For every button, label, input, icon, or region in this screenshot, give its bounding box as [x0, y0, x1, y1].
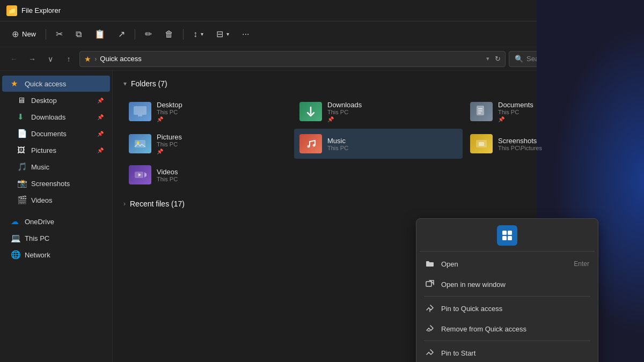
sidebar-label-music: Music — [31, 163, 49, 171]
folder-info-documents: Documents This PC 📌 — [498, 101, 628, 122]
svg-rect-3 — [478, 108, 482, 109]
sidebar-item-music[interactable]: 🎵 Music — [2, 159, 110, 175]
pictures-icon: 🖼 — [17, 145, 27, 155]
context-item-pin-quick-access[interactable]: Pin to Quick access — [420, 298, 595, 319]
documents-icon: 📄 — [17, 129, 27, 138]
folders-section-label: Folders (7) — [131, 79, 167, 88]
forward-button[interactable]: → — [25, 51, 40, 67]
sidebar-item-downloads[interactable]: ⬇ Downloads 📌 — [2, 109, 110, 125]
folder-item-desktop[interactable]: Desktop This PC 📌 — [123, 97, 292, 127]
delete-icon: 🗑 — [165, 29, 173, 39]
folder-name-documents: Documents — [498, 101, 628, 109]
new-button[interactable]: ⊕ New — [6, 25, 41, 44]
search-icon: 🔍 — [515, 55, 523, 63]
sidebar-item-this-pc[interactable]: 💻 This PC — [2, 230, 110, 246]
more-button[interactable]: ··· — [237, 25, 254, 44]
folder-pin-documents: 📌 — [498, 116, 628, 122]
toolbar-separator-1 — [46, 29, 46, 40]
sort-button[interactable]: ↕ ▾ — [188, 25, 209, 44]
context-open-shortcut: Enter — [574, 260, 589, 268]
svg-rect-5 — [478, 113, 481, 114]
recent-chevron-icon: › — [123, 200, 126, 208]
sidebar-item-pictures[interactable]: 🖼 Pictures 📌 — [2, 142, 110, 158]
music-icon: 🎵 — [17, 162, 27, 172]
recent-button[interactable]: ∨ — [43, 51, 58, 67]
sidebar-item-quick-access[interactable]: ★ Quick access — [2, 76, 110, 92]
folder-info-videos: Videos This PC — [157, 168, 287, 182]
sidebar-label-this-pc: This PC — [25, 234, 49, 242]
context-separator-1 — [424, 296, 590, 297]
sidebar-label-onedrive: OneDrive — [25, 218, 54, 226]
folder-item-music[interactable]: Music This PC — [294, 129, 463, 159]
folder-info-downloads: Downloads This PC 📌 — [327, 101, 457, 122]
folder-sub-music: This PC — [327, 145, 457, 151]
share-button[interactable]: ↗ — [113, 25, 130, 44]
delete-button[interactable]: 🗑 — [159, 25, 179, 44]
remove-quick-access-icon — [425, 324, 435, 334]
folder-sub-videos: This PC — [157, 176, 287, 182]
sidebar-label-network: Network — [25, 251, 50, 259]
context-pin-quick-access-label: Pin to Quick access — [441, 305, 589, 313]
pin-quick-access-icon — [425, 304, 435, 313]
sidebar-item-screenshots[interactable]: 📸 Screenshots — [2, 175, 110, 191]
address-bar[interactable]: ★ › Quick access ▾ ↻ — [79, 51, 506, 67]
app-icon: 📁 — [6, 5, 17, 16]
folder-sub-downloads: This PC — [327, 109, 457, 115]
context-menu: Open Enter Open in new window — [416, 218, 598, 362]
folder-grid: Desktop This PC 📌 Downloads This PC — [123, 97, 633, 189]
folder-sub-pictures: This PC — [157, 141, 287, 147]
sidebar-item-onedrive[interactable]: ☁ OneDrive — [2, 213, 110, 230]
up-button[interactable]: ↑ — [61, 51, 76, 67]
folder-item-pictures[interactable]: Pictures This PC 📌 — [123, 129, 292, 159]
view-chevron-icon: ▾ — [226, 31, 229, 37]
copy-button[interactable]: ⧉ — [70, 25, 87, 44]
pin-icon-downloads: 📌 — [97, 114, 104, 120]
address-separator: › — [94, 55, 97, 63]
context-item-open[interactable]: Open Enter — [420, 254, 595, 274]
share-icon: ↗ — [118, 29, 125, 39]
view-icon: ⊟ — [216, 29, 223, 39]
folder-name-videos: Videos — [157, 168, 287, 176]
context-item-remove-quick-access[interactable]: Remove from Quick access — [420, 319, 595, 339]
back-button[interactable]: ← — [6, 51, 21, 67]
open-icon — [425, 259, 435, 269]
folder-thumb-videos — [129, 165, 151, 184]
more-icon: ··· — [242, 29, 249, 39]
main-area: ★ Quick access 🖥 Desktop 📌 ⬇ Downloads 📌… — [0, 71, 644, 362]
context-item-open-new-window[interactable]: Open in new window — [420, 274, 595, 294]
svg-rect-11 — [479, 142, 484, 146]
address-star-icon: ★ — [84, 55, 91, 63]
refresh-button[interactable]: ↻ — [495, 55, 501, 63]
view-button[interactable]: ⊟ ▾ — [211, 25, 235, 44]
cut-button[interactable]: ✂ — [50, 25, 68, 44]
context-pin-start-label: Pin to Start — [441, 349, 589, 357]
folders-section-header[interactable]: ▾ Folders (7) — [123, 79, 633, 88]
pin-icon-documents: 📌 — [97, 131, 104, 137]
folder-thumb-documents — [470, 102, 493, 121]
folder-item-screenshots[interactable]: Screenshots This PC\Pictures — [465, 129, 633, 159]
context-open-new-window-label: Open in new window — [441, 280, 589, 289]
sort-chevron-icon: ▾ — [201, 31, 203, 37]
context-top-icon-button[interactable] — [497, 225, 517, 246]
network-icon: 🌐 — [11, 250, 20, 260]
sidebar-item-documents[interactable]: 📄 Documents 📌 — [2, 125, 110, 142]
folder-item-documents[interactable]: Documents This PC 📌 — [465, 97, 633, 127]
folder-info-screenshots: Screenshots This PC\Pictures — [498, 137, 628, 151]
folder-thumb-pictures — [129, 134, 151, 153]
sidebar-item-network[interactable]: 🌐 Network — [2, 247, 110, 263]
svg-marker-13 — [144, 172, 147, 178]
onedrive-icon: ☁ — [11, 217, 20, 226]
folder-name-desktop: Desktop — [157, 101, 287, 109]
sidebar-item-desktop[interactable]: 🖥 Desktop 📌 — [2, 92, 110, 108]
rename-button[interactable]: ✏ — [140, 25, 157, 44]
recent-files-header[interactable]: › Recent files (17) — [123, 200, 633, 208]
folder-item-downloads[interactable]: Downloads This PC 📌 — [294, 97, 463, 127]
sidebar-item-videos[interactable]: 🎬 Videos — [2, 192, 110, 208]
context-item-pin-start[interactable]: Pin to Start — [420, 343, 595, 362]
paste-button[interactable]: 📋 — [89, 25, 111, 44]
this-pc-icon: 💻 — [11, 233, 20, 243]
sidebar-label-desktop: Desktop — [31, 97, 57, 105]
copy-icon: ⧉ — [76, 29, 82, 39]
folder-item-videos[interactable]: Videos This PC — [123, 161, 292, 189]
context-open-label: Open — [441, 260, 567, 268]
